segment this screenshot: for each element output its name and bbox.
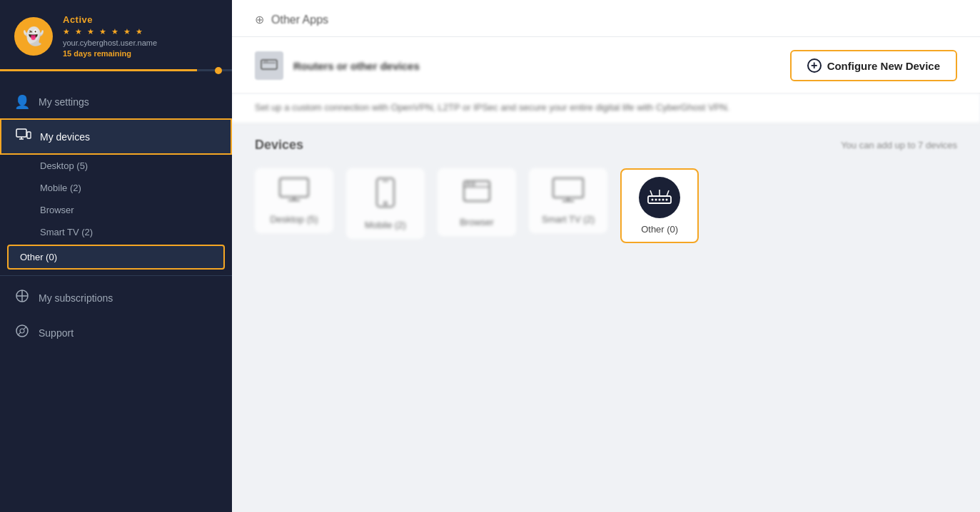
devices-grid: Desktop (5) Mobile (2): [255, 168, 957, 243]
device-card-mobile[interactable]: Mobile (2): [346, 168, 425, 239]
account-status: Active: [63, 14, 157, 25]
device-card-smart-tv-label: Smart TV (2): [542, 214, 595, 225]
nav-divider-1: [0, 275, 232, 276]
support-icon: [14, 324, 30, 342]
router-device-icon: [639, 177, 680, 218]
configure-new-device-button[interactable]: + Configure New Device: [790, 50, 957, 81]
svg-line-27: [650, 190, 652, 196]
svg-line-8: [18, 332, 21, 335]
desktop-device-icon: [278, 177, 310, 208]
sidebar-item-my-subscriptions[interactable]: My subscriptions: [0, 280, 232, 315]
svg-line-29: [667, 190, 669, 196]
svg-point-17: [384, 202, 387, 205]
devices-limit-label: You can add up to 7 devices: [841, 140, 957, 150]
device-type-section: Routers or other devices + Configure New…: [232, 37, 980, 93]
sidebar-item-support[interactable]: Support: [0, 315, 232, 350]
sidebar-item-subscriptions-label: My subscriptions: [39, 292, 113, 304]
sub-nav-browser[interactable]: Browser: [0, 199, 232, 221]
device-card-other[interactable]: Other (0): [620, 168, 699, 243]
svg-rect-0: [16, 129, 26, 137]
svg-rect-13: [280, 178, 308, 197]
device-type-left: Routers or other devices: [255, 51, 420, 80]
device-description: Set up a custom connection with OpenVPN,…: [232, 93, 980, 123]
sidebar-item-my-devices-label: My devices: [40, 131, 90, 143]
sidebar-item-my-settings[interactable]: 👤 My settings: [0, 86, 232, 118]
configure-plus-icon: +: [807, 58, 822, 73]
devices-section-title: Devices: [255, 138, 303, 153]
sub-nav-smart-tv[interactable]: Smart TV (2): [0, 221, 232, 243]
device-card-smart-tv[interactable]: Smart TV (2): [529, 168, 607, 233]
svg-point-33: [662, 199, 665, 201]
smart-tv-device-icon: [552, 177, 585, 208]
device-card-other-label: Other (0): [641, 224, 678, 235]
svg-rect-9: [261, 60, 277, 69]
account-username: your.cyberghost.user.name: [63, 39, 157, 47]
svg-line-7: [24, 327, 26, 329]
settings-icon: 👤: [14, 94, 30, 110]
mobile-device-icon: [375, 177, 395, 214]
logo-face-icon: 👻: [23, 26, 44, 46]
other-apps-header: ⊕ Other Apps: [232, 0, 980, 37]
svg-point-30: [652, 199, 654, 201]
browser-device-icon: [463, 177, 491, 211]
svg-rect-23: [553, 178, 583, 198]
svg-point-32: [659, 199, 661, 201]
device-card-desktop-label: Desktop (5): [270, 214, 318, 225]
sub-nav-mobile[interactable]: Mobile (2): [0, 177, 232, 199]
svg-point-34: [666, 199, 668, 201]
svg-point-22: [472, 183, 475, 185]
device-card-browser-label: Browser: [460, 217, 494, 227]
sub-nav-desktop[interactable]: Desktop (5): [0, 155, 232, 177]
svg-rect-16: [377, 178, 394, 207]
svg-point-6: [20, 329, 24, 333]
device-card-browser[interactable]: Browser: [438, 168, 516, 236]
device-card-desktop[interactable]: Desktop (5): [255, 168, 333, 233]
sidebar-logo-area: 👻 Active ★ ★ ★ ★ ★ ★ ★ your.cyberghost.u…: [0, 0, 232, 69]
main-content: ⊕ Other Apps Routers or other devices + …: [232, 0, 980, 512]
sidebar-item-support-label: Support: [39, 327, 74, 339]
other-apps-plus-icon: ⊕: [255, 13, 264, 26]
devices-header: Devices You can add up to 7 devices: [255, 138, 957, 153]
devices-icon: [16, 128, 31, 145]
device-type-label: Routers or other devices: [293, 60, 420, 72]
account-stars: ★ ★ ★ ★ ★ ★ ★: [63, 27, 157, 36]
trial-progress-fill: [0, 69, 197, 71]
svg-rect-3: [27, 132, 31, 138]
trial-progress-dot: [215, 67, 222, 74]
svg-rect-19: [464, 181, 490, 201]
devices-sub-nav: Desktop (5) Mobile (2) Browser Smart TV …: [0, 155, 232, 271]
sidebar: 👻 Active ★ ★ ★ ★ ★ ★ ★ your.cyberghost.u…: [0, 0, 232, 512]
device-type-icon-box: [255, 51, 283, 80]
account-trial: 15 days remaining: [63, 49, 157, 58]
app-logo: 👻: [14, 17, 53, 56]
device-card-mobile-label: Mobile (2): [365, 220, 406, 230]
trial-progress-bar: [0, 69, 232, 71]
svg-point-31: [655, 199, 657, 201]
svg-point-12: [266, 61, 268, 62]
sidebar-item-my-devices[interactable]: My devices: [0, 118, 232, 155]
svg-point-21: [467, 183, 470, 185]
sidebar-item-my-settings-label: My settings: [39, 96, 89, 108]
logo-text-area: Active ★ ★ ★ ★ ★ ★ ★ your.cyberghost.use…: [63, 14, 157, 58]
configure-btn-label: Configure New Device: [827, 60, 940, 72]
sub-nav-other[interactable]: Other (0): [7, 245, 225, 270]
subscriptions-icon: [14, 289, 30, 307]
devices-section: Devices You can add up to 7 devices Desk…: [232, 123, 980, 512]
other-apps-title: Other Apps: [271, 14, 328, 26]
svg-point-11: [264, 61, 266, 62]
sidebar-nav: 👤 My settings My devices Desktop (5) M: [0, 77, 232, 512]
